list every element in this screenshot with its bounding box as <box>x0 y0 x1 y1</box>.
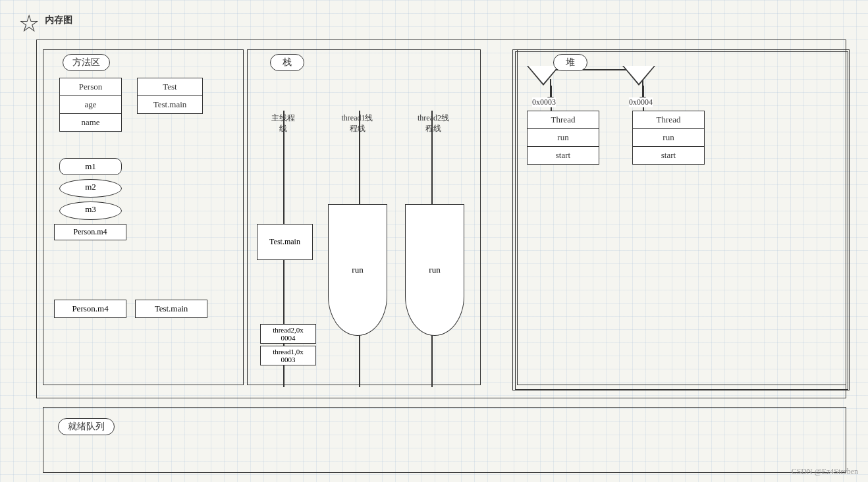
m1-cell: m1 <box>59 158 122 175</box>
test-main-frame: Test.main <box>257 224 313 260</box>
heap-diamond-right-inner <box>624 66 654 84</box>
person-column: Person age name <box>59 78 122 132</box>
m3-diamond: m3 <box>59 201 122 220</box>
watermark: CSDN @Ez4Sterben <box>792 467 858 477</box>
ready-queue-cloud: 就绪队列 <box>58 418 115 435</box>
thread2-run-flask: run <box>405 204 464 336</box>
person-m4-bottom: Person.m4 <box>54 300 126 318</box>
heap-thread1-box: Thread run start <box>527 111 599 165</box>
heap-cloud: 堆 <box>553 54 587 71</box>
person-m4-top: Person.m4 <box>54 224 126 240</box>
heap-thread2-run: run <box>633 129 704 147</box>
thread2-label: thread2线程线 <box>407 113 460 134</box>
test-header: Test <box>138 78 202 96</box>
heap-thread2-box: Thread run start <box>632 111 705 165</box>
test-column: Test Test.main <box>137 78 203 114</box>
name-cell: name <box>60 114 121 131</box>
test-main-cell: Test.main <box>138 96 202 113</box>
star-icon: ☆ <box>18 10 40 38</box>
memory-title: 内存图 <box>45 14 72 26</box>
thread1-addr: thread1,0x0003 <box>260 346 316 365</box>
method-area-cloud: 方法区 <box>63 54 110 71</box>
person-header: Person <box>60 78 121 96</box>
addr-0004-label: 0x0004 <box>629 97 653 107</box>
thread2-addr: thread2,0x0004 <box>260 324 316 344</box>
addr-0003-label: 0x0003 <box>532 97 556 107</box>
ready-queue <box>43 407 846 473</box>
heap-thread1-run: run <box>528 129 599 147</box>
heap-thread1-start: start <box>528 147 599 164</box>
heap-area-outer1 <box>512 49 850 390</box>
m2-diamond: m2 <box>59 179 122 198</box>
test-main-bottom: Test.main <box>135 300 207 318</box>
thread1-run-flask: run <box>328 204 387 336</box>
heap-diamond-left-inner <box>528 66 558 84</box>
thread1-label: thread1线程线 <box>329 113 385 134</box>
heap-thread1-header: Thread <box>528 111 599 129</box>
stack-cloud: 栈 <box>270 54 304 71</box>
heap-thread2-start: start <box>633 147 704 164</box>
age-cell: age <box>60 96 121 114</box>
heap-thread2-header: Thread <box>633 111 704 129</box>
